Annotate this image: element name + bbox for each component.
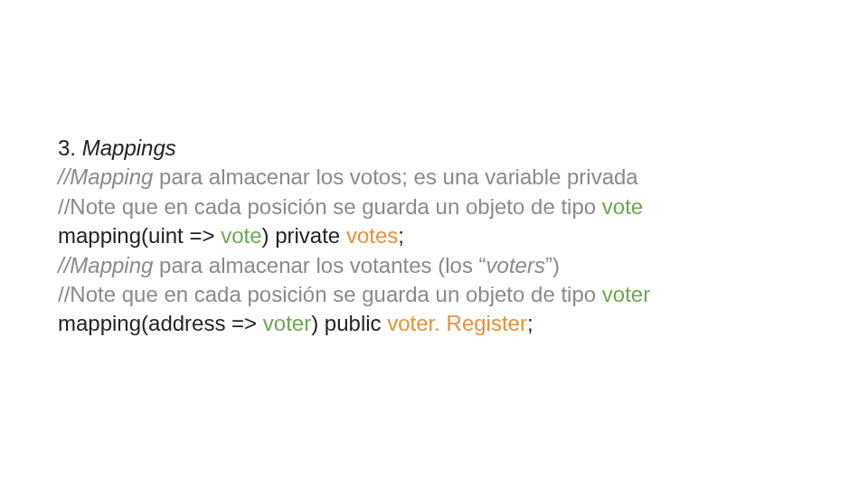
slide: 3. Mappings //Mapping para almacenar los… [0, 0, 868, 488]
code-text: mapping(uint => [58, 223, 221, 248]
type-vote: vote [221, 223, 261, 248]
line-comment-mapping-voters: //Mapping para almacenar los votantes (l… [58, 251, 810, 280]
comment-text: //Note que en cada posición se guarda un… [58, 282, 602, 306]
line-comment-note-vote: //Note que en cada posición se guarda un… [58, 192, 810, 221]
line-heading: 3. Mappings [58, 134, 810, 163]
type-voter: voter [263, 311, 311, 335]
code-text: ) public [311, 311, 387, 335]
comment-text: ”) [545, 253, 560, 277]
comment-keyword: //Mapping [58, 164, 159, 189]
comment-text: //Note que en cada posición se guarda un… [58, 194, 602, 219]
code-text: mapping(address => [58, 311, 263, 335]
code-text: ; [527, 311, 533, 335]
comment-text: para almacenar los votos; es una variabl… [159, 164, 638, 189]
comment-voters: voters [486, 253, 545, 277]
line-code-mapping-voterregister: mapping(address => voter) public voter. … [58, 309, 810, 338]
comment-text: para almacenar los votantes (los “ [159, 253, 486, 277]
type-vote: vote [602, 194, 643, 219]
type-voter: voter [602, 282, 650, 306]
comment-keyword: //Mapping [58, 253, 159, 277]
identifier-votes: votes [346, 223, 398, 248]
identifier-voter-register: voter. Register [387, 311, 527, 335]
code-text: ) private [262, 223, 346, 248]
line-code-mapping-votes: mapping(uint => vote) private votes; [58, 221, 810, 250]
line-comment-note-voter: //Note que en cada posición se guarda un… [58, 280, 810, 309]
heading-number: 3. [58, 136, 82, 160]
line-comment-mapping-votes: //Mapping para almacenar los votos; es u… [58, 163, 810, 192]
code-text: ; [398, 223, 404, 248]
heading-title: Mappings [82, 136, 176, 160]
